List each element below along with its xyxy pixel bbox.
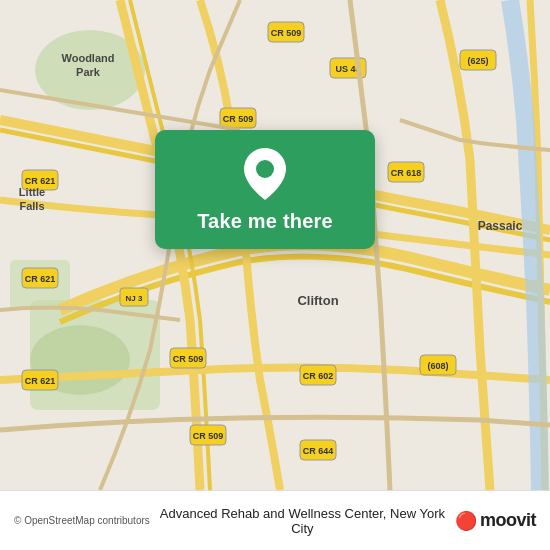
svg-text:Park: Park bbox=[76, 66, 101, 78]
svg-text:Passaic: Passaic bbox=[478, 219, 523, 233]
svg-text:CR 509: CR 509 bbox=[173, 354, 204, 364]
svg-text:Falls: Falls bbox=[19, 200, 44, 212]
svg-point-39 bbox=[256, 160, 274, 178]
location-name: Advanced Rehab and Wellness Center, New … bbox=[158, 506, 447, 536]
map-pin-icon bbox=[239, 148, 291, 200]
copyright-text: © OpenStreetMap contributors bbox=[14, 515, 150, 526]
svg-text:CR 509: CR 509 bbox=[223, 114, 254, 124]
svg-text:NJ 3: NJ 3 bbox=[126, 294, 143, 303]
svg-text:Little: Little bbox=[19, 186, 45, 198]
svg-text:Clifton: Clifton bbox=[297, 293, 338, 308]
svg-text:CR 621: CR 621 bbox=[25, 376, 56, 386]
location-card: Take me there bbox=[155, 130, 375, 249]
svg-text:Woodland: Woodland bbox=[62, 52, 115, 64]
svg-text:(608): (608) bbox=[427, 361, 448, 371]
svg-text:CR 618: CR 618 bbox=[391, 168, 422, 178]
moovit-logo: 🔴 moovit bbox=[455, 510, 536, 532]
svg-text:(625): (625) bbox=[467, 56, 488, 66]
svg-text:CR 602: CR 602 bbox=[303, 371, 334, 381]
bottom-bar: © OpenStreetMap contributors Advanced Re… bbox=[0, 490, 550, 550]
take-me-there-button[interactable]: Take me there bbox=[197, 210, 333, 233]
svg-text:CR 509: CR 509 bbox=[271, 28, 302, 38]
svg-text:CR 644: CR 644 bbox=[303, 446, 334, 456]
moovit-brand-label: moovit bbox=[480, 510, 536, 531]
svg-text:CR 621: CR 621 bbox=[25, 274, 56, 284]
moovit-pin-icon: 🔴 bbox=[455, 510, 477, 532]
map-container: CR 509 US 46 CR 509 (625) CR 618 CR 621 … bbox=[0, 0, 550, 490]
svg-text:CR 509: CR 509 bbox=[193, 431, 224, 441]
svg-text:CR 621: CR 621 bbox=[25, 176, 56, 186]
